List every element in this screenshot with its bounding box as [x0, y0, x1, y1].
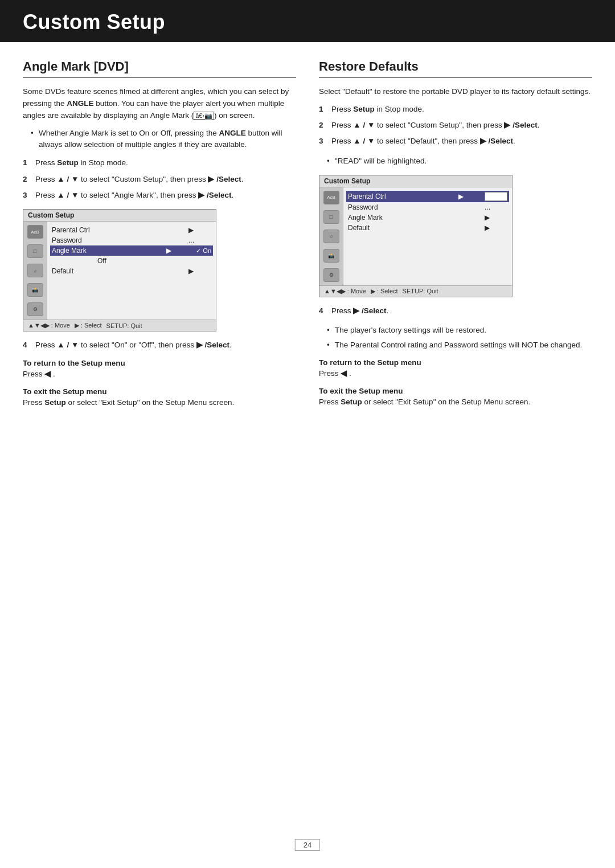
- icon-custom: ⚙: [27, 302, 43, 316]
- step-1: 1 Press Setup in Stop mode.: [23, 157, 296, 169]
- bullet-read: "READ" will be highlighted.: [327, 155, 592, 167]
- angle-mark-intro: Some DVDs feature scenes filmed at diffe…: [23, 86, 296, 122]
- menu2-row-password: Password ...: [348, 202, 507, 212]
- screenshot-1-icons: AcB □ ♫ 📸 ⚙: [23, 222, 47, 320]
- screenshot-2-icons: AcB □ ♫ 📸 ⚙: [319, 187, 343, 285]
- restore-intro: Select "Default" to restore the portable…: [319, 86, 592, 98]
- restore-bullets: The player's factory settings will be re…: [319, 325, 592, 351]
- screenshot-2-footer: ▲▼◀▶ : Move ▶ : Select SETUP: Quit: [319, 285, 512, 297]
- menu2-row-parental: Parental Ctrl ▶ Read: [346, 191, 509, 202]
- angle-mark-step4: 4 Press ▲ / ▼ to select "On" or "Off", t…: [23, 339, 296, 351]
- restore-step4-list: 4 Press ▶ /Select.: [319, 305, 592, 317]
- angle-mark-steps: 1 Press Setup in Stop mode. 2 Press ▲ / …: [23, 157, 296, 201]
- restore-steps: 1 Press Setup in Stop mode. 2 Press ▲ / …: [319, 104, 592, 148]
- right-return-text: Press ◀ .: [319, 368, 592, 380]
- menu2-row-angle-mark: Angle Mark ▶: [348, 212, 507, 223]
- screenshot-2-body: AcB □ ♫ 📸 ⚙ Parental Ctrl ▶ Read P: [319, 187, 512, 285]
- icon2-language: AcB: [323, 191, 339, 204]
- page-number: 24: [295, 839, 320, 851]
- page-title: Custom Setup: [23, 10, 592, 34]
- menu-row-angle-mark: Angle Mark ▶ ✓ On: [50, 245, 213, 256]
- screenshot-1: Custom Setup AcB □ ♫ 📸 ⚙ Parental Ctrl ▶: [23, 209, 216, 331]
- screenshot-1-menu: Parental Ctrl ▶ Password ... Angle Mark …: [47, 222, 216, 320]
- right-column: Restore Defaults Select "Default" to res…: [319, 59, 592, 415]
- restore-step-1: 1 Press Setup in Stop mode.: [319, 104, 592, 115]
- restore-step-2: 2 Press ▲ / ▼ to select "Custom Setup", …: [319, 120, 592, 131]
- icon2-custom: ⚙: [323, 268, 339, 282]
- left-exit-text: Press Setup or select "Exit Setup" on th…: [23, 397, 296, 409]
- menu-row-default: Default ▶: [52, 266, 211, 276]
- screenshot-1-title: Custom Setup: [23, 210, 216, 222]
- left-exit-heading: To exit the Setup menu: [23, 387, 296, 396]
- icon-language: AcB: [27, 225, 43, 239]
- left-return-heading: To return to the Setup menu: [23, 359, 296, 367]
- page-wrapper: Custom Setup Angle Mark [DVD] Some DVDs …: [0, 0, 615, 868]
- right-return-heading: To return to the Setup menu: [319, 358, 592, 367]
- bullet-parental: The Parental Control rating and Password…: [327, 339, 592, 351]
- bullet-item: Whether Angle Mark is set to On or Off, …: [31, 128, 296, 151]
- menu2-row-default: Default ▶: [348, 223, 507, 233]
- restore-step-3: 3 Press ▲ / ▼ to select "Default", then …: [319, 136, 592, 147]
- right-exit-text: Press Setup or select "Exit Setup" on th…: [319, 396, 592, 408]
- menu-row-password: Password ...: [52, 235, 211, 245]
- two-column-layout: Angle Mark [DVD] Some DVDs feature scene…: [0, 59, 615, 415]
- bullet-factory: The player's factory settings will be re…: [327, 325, 592, 336]
- title-bar: Custom Setup: [0, 0, 615, 42]
- screenshot-2-menu: Parental Ctrl ▶ Read Password ... Angle …: [343, 187, 512, 285]
- screenshot-2-title: Custom Setup: [319, 175, 512, 187]
- restore-defaults-heading: Restore Defaults: [319, 59, 592, 78]
- angle-mark-bullets: Whether Angle Mark is set to On or Off, …: [23, 128, 296, 151]
- step-2: 2 Press ▲ / ▼ to select "Custom Setup", …: [23, 174, 296, 185]
- step-3: 3 Press ▲ / ▼ to select "Angle Mark", th…: [23, 190, 296, 201]
- left-column: Angle Mark [DVD] Some DVDs feature scene…: [23, 59, 296, 415]
- left-return-text: Press ◀ .: [23, 369, 296, 380]
- icon-audio: ♫: [27, 264, 43, 277]
- restore-step-4: 4 Press ▶ /Select.: [319, 305, 592, 317]
- icon-display: □: [27, 244, 43, 258]
- screenshot-1-footer: ▲▼◀▶ : Move ▶ : Select SETUP: Quit: [23, 320, 216, 331]
- icon2-video: 📸: [323, 249, 339, 263]
- menu-row-parental: Parental Ctrl ▶: [52, 225, 211, 235]
- icon-video: 📸: [27, 283, 43, 297]
- right-exit-heading: To exit the Setup menu: [319, 387, 592, 395]
- icon2-audio: ♫: [323, 230, 339, 243]
- angle-mark-heading: Angle Mark [DVD]: [23, 59, 296, 78]
- step-4: 4 Press ▲ / ▼ to select "On" or "Off", t…: [23, 339, 296, 351]
- screenshot-1-body: AcB □ ♫ 📸 ⚙ Parental Ctrl ▶ Password: [23, 222, 216, 320]
- restore-bullet-read: "READ" will be highlighted.: [319, 155, 592, 167]
- icon2-display: □: [323, 210, 339, 224]
- screenshot-2: Custom Setup AcB □ ♫ 📸 ⚙ Parental Ctrl ▶…: [319, 175, 512, 297]
- menu-row-angle-off: Off: [52, 256, 211, 266]
